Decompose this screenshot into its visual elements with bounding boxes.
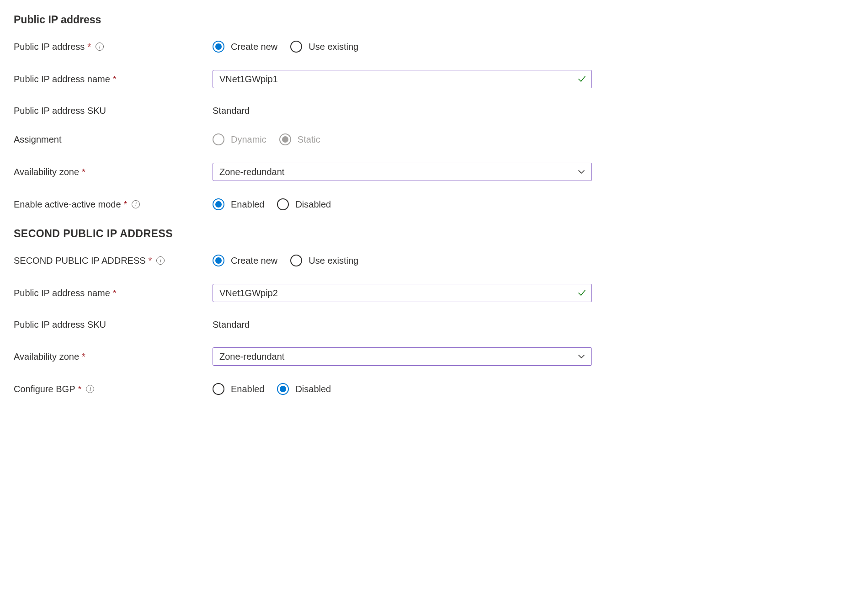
select-wrap-second-availability-zone: Zone-redundant <box>213 347 592 366</box>
radio-active-enabled[interactable]: Enabled <box>213 198 264 210</box>
row-assignment: Assignment Dynamic Static <box>14 133 854 145</box>
row-public-ip-sku: Public IP address SKU Standard <box>14 106 854 116</box>
row-second-public-ip: SECOND PUBLIC IP ADDRESS * i Create new … <box>14 255 854 266</box>
radio-label-second-create-new: Create new <box>231 256 277 266</box>
radio-group-public-ip: Create new Use existing <box>213 41 358 53</box>
select-wrap-availability-zone: Zone-redundant <box>213 163 592 181</box>
label-assignment: Assignment <box>14 134 62 145</box>
radio-button-icon <box>279 133 291 145</box>
input-wrap-second-public-ip-name <box>213 284 592 302</box>
form-container: Public IP address Public IP address * i … <box>14 14 854 395</box>
label-second-public-ip-sku: Public IP address SKU <box>14 319 106 330</box>
select-availability-zone-value: Zone-redundant <box>219 167 284 177</box>
select-availability-zone[interactable]: Zone-redundant <box>213 163 592 181</box>
radio-label-bgp-enabled: Enabled <box>231 384 264 394</box>
radio-label-use-existing: Use existing <box>309 42 358 52</box>
label-second-public-ip: SECOND PUBLIC IP ADDRESS <box>14 256 146 266</box>
section-header-second-public-ip: SECOND PUBLIC IP ADDRESS <box>14 228 854 240</box>
radio-button-icon <box>290 41 302 53</box>
required-asterisk-icon: * <box>78 384 82 394</box>
row-configure-bgp: Configure BGP * i Enabled Disabled <box>14 383 854 395</box>
radio-active-disabled[interactable]: Disabled <box>277 198 331 210</box>
row-public-ip: Public IP address * i Create new Use exi… <box>14 41 854 53</box>
select-second-availability-zone-value: Zone-redundant <box>219 351 284 362</box>
row-second-availability-zone: Availability zone * Zone-redundant <box>14 347 854 366</box>
radio-button-icon <box>277 383 289 395</box>
radio-bgp-enabled[interactable]: Enabled <box>213 383 264 395</box>
row-second-public-ip-sku: Public IP address SKU Standard <box>14 319 854 330</box>
required-asterisk-icon: * <box>82 351 85 362</box>
label-public-ip-sku: Public IP address SKU <box>14 106 106 116</box>
input-wrap-public-ip-name <box>213 70 592 88</box>
radio-label-active-disabled: Disabled <box>295 199 331 210</box>
radio-button-icon <box>213 133 224 145</box>
radio-button-icon <box>213 383 224 395</box>
radio-button-icon <box>213 255 224 266</box>
label-second-availability-zone: Availability zone <box>14 351 79 362</box>
radio-label-create-new: Create new <box>231 42 277 52</box>
info-icon[interactable]: i <box>86 385 94 393</box>
value-public-ip-sku: Standard <box>213 106 250 116</box>
radio-dynamic: Dynamic <box>213 133 266 145</box>
info-icon[interactable]: i <box>132 200 140 208</box>
select-second-availability-zone[interactable]: Zone-redundant <box>213 347 592 366</box>
info-icon[interactable]: i <box>96 43 104 51</box>
radio-group-second-public-ip: Create new Use existing <box>213 255 358 266</box>
row-active-active: Enable active-active mode * i Enabled Di… <box>14 198 854 210</box>
radio-button-icon <box>213 198 224 210</box>
label-configure-bgp: Configure BGP <box>14 384 75 394</box>
value-second-public-ip-sku: Standard <box>213 319 250 330</box>
radio-second-use-existing[interactable]: Use existing <box>290 255 358 266</box>
radio-button-icon <box>290 255 302 266</box>
radio-label-static: Static <box>298 134 320 145</box>
radio-group-assignment: Dynamic Static <box>213 133 320 145</box>
input-second-public-ip-name[interactable] <box>213 284 592 302</box>
required-asterisk-icon: * <box>113 74 117 85</box>
radio-bgp-disabled[interactable]: Disabled <box>277 383 331 395</box>
info-icon[interactable]: i <box>156 256 165 265</box>
radio-second-create-new[interactable]: Create new <box>213 255 277 266</box>
required-asterisk-icon: * <box>113 288 117 298</box>
label-public-ip-name: Public IP address name <box>14 74 110 85</box>
radio-button-icon <box>213 41 224 53</box>
label-second-public-ip-name: Public IP address name <box>14 288 110 298</box>
radio-group-active-active: Enabled Disabled <box>213 198 331 210</box>
required-asterisk-icon: * <box>82 167 85 177</box>
radio-static: Static <box>279 133 320 145</box>
label-availability-zone: Availability zone <box>14 167 79 177</box>
required-asterisk-icon: * <box>149 256 152 266</box>
radio-label-active-enabled: Enabled <box>231 199 264 210</box>
row-availability-zone: Availability zone * Zone-redundant <box>14 163 854 181</box>
radio-label-second-use-existing: Use existing <box>309 256 358 266</box>
radio-create-new[interactable]: Create new <box>213 41 277 53</box>
row-public-ip-name: Public IP address name * <box>14 70 854 88</box>
radio-button-icon <box>277 198 289 210</box>
required-asterisk-icon: * <box>124 199 128 210</box>
required-asterisk-icon: * <box>87 42 91 52</box>
row-second-public-ip-name: Public IP address name * <box>14 284 854 302</box>
label-active-active: Enable active-active mode <box>14 199 121 210</box>
radio-label-dynamic: Dynamic <box>231 134 266 145</box>
section-header-public-ip: Public IP address <box>14 14 854 26</box>
radio-use-existing[interactable]: Use existing <box>290 41 358 53</box>
radio-group-bgp: Enabled Disabled <box>213 383 331 395</box>
input-public-ip-name[interactable] <box>213 70 592 88</box>
radio-label-bgp-disabled: Disabled <box>295 384 331 394</box>
label-public-ip: Public IP address <box>14 42 85 52</box>
